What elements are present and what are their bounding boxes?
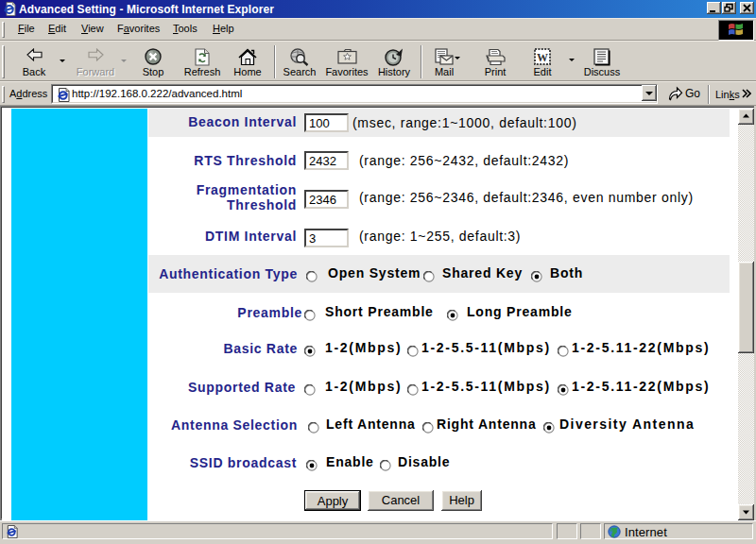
svg-text:W: W bbox=[537, 51, 548, 64]
